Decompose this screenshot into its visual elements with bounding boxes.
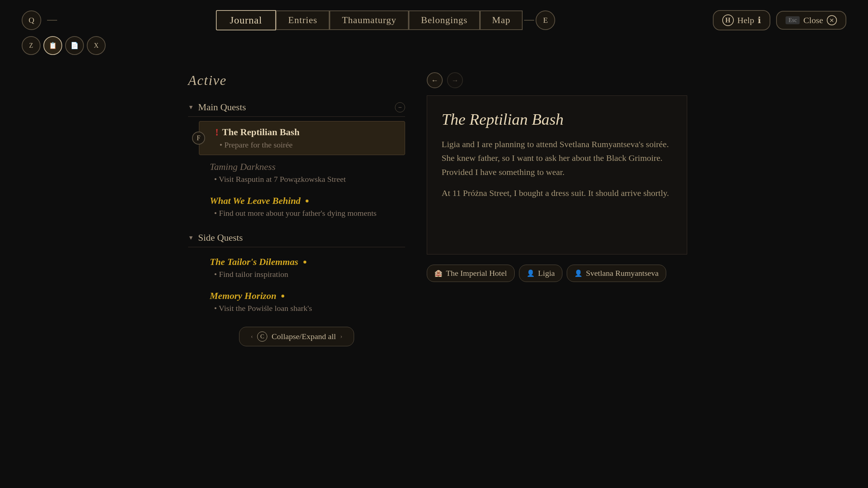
quest-item-tailors-dilemmas[interactable]: The Tailor's Dilemmas Find tailor inspir… xyxy=(194,252,405,284)
forward-arrow-button[interactable]: → xyxy=(447,72,463,88)
help-label: Help xyxy=(737,16,754,25)
hotel-icon: 🏨 xyxy=(434,269,442,277)
help-button[interactable]: H Help ℹ xyxy=(713,10,771,30)
esc-key: Esc xyxy=(786,16,800,24)
quest-name-taming-darkness: Taming Darkness xyxy=(210,162,399,172)
q-button[interactable]: Q xyxy=(22,10,41,30)
back-arrow-button[interactable]: ← xyxy=(427,72,443,88)
main-quests-category: ▼ Main Quests − F ! The Reptilian Bash P… xyxy=(188,98,405,223)
main-quests-label: Main Quests xyxy=(198,102,246,113)
collapse-arrow: ▼ xyxy=(188,104,194,111)
top-nav: Q Journal Entries Thaumaturgy Belongings… xyxy=(0,10,868,30)
detail-paragraph2: At 11 Próżna Street, I bought a dress su… xyxy=(442,186,672,200)
person-icon-svetlana: 👤 xyxy=(574,269,582,277)
main-quests-title: ▼ Main Quests xyxy=(188,102,246,113)
info-icon: ℹ xyxy=(758,15,761,25)
nav-separator-left xyxy=(47,20,57,21)
f-badge: F xyxy=(192,132,205,145)
tag-svetlana-label: Svetlana Rumyantseva xyxy=(586,269,659,278)
side-quests-category: ▼ Side Quests The Tailor's Dilemmas Find… xyxy=(188,229,405,318)
new-dot-memory-horizon xyxy=(281,295,284,297)
side-quests-title: ▼ Side Quests xyxy=(188,232,243,243)
tag-imperial-hotel-label: The Imperial Hotel xyxy=(446,269,507,278)
tag-imperial-hotel[interactable]: 🏨 The Imperial Hotel xyxy=(427,265,515,282)
side-quests-label: Side Quests xyxy=(198,232,243,243)
active-title: Active xyxy=(188,72,405,88)
x-button[interactable]: X xyxy=(87,36,106,55)
book2-icon: 📄 xyxy=(71,42,78,50)
collapse-icon[interactable]: − xyxy=(395,102,405,112)
nav-left: Q xyxy=(22,10,59,30)
z-button[interactable]: Z xyxy=(22,36,41,55)
tab-journal[interactable]: Journal xyxy=(216,10,276,30)
quest-task-tailors-dilemmas: Find tailor inspiration xyxy=(210,270,399,279)
help-key: H xyxy=(722,14,734,26)
nav-center: Journal Entries Thaumaturgy Belongings M… xyxy=(216,10,555,30)
detail-quest-title: The Reptilian Bash xyxy=(442,110,672,129)
side-collapse-arrow: ▼ xyxy=(188,235,194,241)
quest-name-what-we-leave-behind: What We Leave Behind xyxy=(210,196,399,206)
tags-area: 🏨 The Imperial Hotel 👤 Ligia 👤 Svetlana … xyxy=(427,265,687,282)
detail-card: The Reptilian Bash Ligia and I are plann… xyxy=(427,95,687,254)
tab-thaumaturgy[interactable]: Thaumaturgy xyxy=(329,10,409,30)
quest-task-what-we-leave-behind: Find out more about your father's dying … xyxy=(210,209,399,218)
tag-ligia[interactable]: 👤 Ligia xyxy=(519,265,562,282)
quest-item-what-we-leave-behind[interactable]: What We Leave Behind Find out more about… xyxy=(194,191,405,223)
collapse-expand-button[interactable]: ‹ C Collapse/Expand all › xyxy=(239,327,354,346)
main-quests-header[interactable]: ▼ Main Quests − xyxy=(188,98,405,117)
quest-item-taming-darkness[interactable]: Taming Darkness Visit Rasputin at 7 Pową… xyxy=(194,157,405,189)
quest-name-tailors-dilemmas: The Tailor's Dilemmas xyxy=(210,257,399,267)
quest-name-memory-horizon: Memory Horizon xyxy=(210,291,399,301)
detail-panel: ← → The Reptilian Bash Ligia and I are p… xyxy=(420,72,694,488)
main-content: Active ▼ Main Quests − F ! The Reptilian… xyxy=(0,72,868,488)
book1-icon: 📋 xyxy=(49,42,57,50)
collapse-expand-label: Collapse/Expand all xyxy=(272,332,336,341)
quest-item-memory-horizon[interactable]: Memory Horizon Visit the Powiśle loan sh… xyxy=(194,286,405,318)
quest-name-reptilian-bash: ! The Reptilian Bash xyxy=(215,127,399,138)
tag-svetlana[interactable]: 👤 Svetlana Rumyantseva xyxy=(567,265,666,282)
book2-button[interactable]: 📄 xyxy=(65,36,84,55)
close-button[interactable]: Esc Close ✕ xyxy=(776,11,846,30)
book1-button[interactable]: 📋 xyxy=(43,36,62,55)
exclamation-icon: ! xyxy=(215,127,218,138)
chevron-right-icon: › xyxy=(340,333,342,340)
chevron-left-icon: ‹ xyxy=(251,333,253,340)
quest-panel: Active ▼ Main Quests − F ! The Reptilian… xyxy=(174,72,420,488)
nav-separator-right xyxy=(524,20,534,21)
new-dot-what-we-leave-behind xyxy=(306,200,309,202)
secondary-nav: Z 📋 📄 X xyxy=(22,36,106,55)
quest-task-memory-horizon: Visit the Powiśle loan shark's xyxy=(210,304,399,313)
e-button[interactable]: E xyxy=(536,10,555,30)
c-key: C xyxy=(257,331,267,342)
tab-belongings[interactable]: Belongings xyxy=(409,10,480,30)
detail-paragraph1: Ligia and I are planning to attend Svetl… xyxy=(442,137,672,179)
close-x-icon: ✕ xyxy=(827,15,837,25)
tab-map[interactable]: Map xyxy=(480,10,523,30)
quest-task-reptilian-bash: Prepare for the soirée xyxy=(215,140,399,150)
quest-item-reptilian-bash[interactable]: F ! The Reptilian Bash Prepare for the s… xyxy=(199,121,405,155)
quest-task-taming-darkness: Visit Rasputin at 7 Powązkowska Street xyxy=(210,175,399,184)
side-quests-header[interactable]: ▼ Side Quests xyxy=(188,229,405,247)
nav-right: H Help ℹ Esc Close ✕ xyxy=(713,10,846,30)
close-label: Close xyxy=(803,16,823,25)
detail-nav-arrows: ← → xyxy=(427,72,687,88)
person-icon-ligia: 👤 xyxy=(527,269,535,277)
new-dot-tailors-dilemmas xyxy=(303,261,306,264)
tab-entries[interactable]: Entries xyxy=(276,10,330,30)
tag-ligia-label: Ligia xyxy=(538,269,555,278)
quest-scroll-container: F ! The Reptilian Bash Prepare for the s… xyxy=(188,121,405,223)
